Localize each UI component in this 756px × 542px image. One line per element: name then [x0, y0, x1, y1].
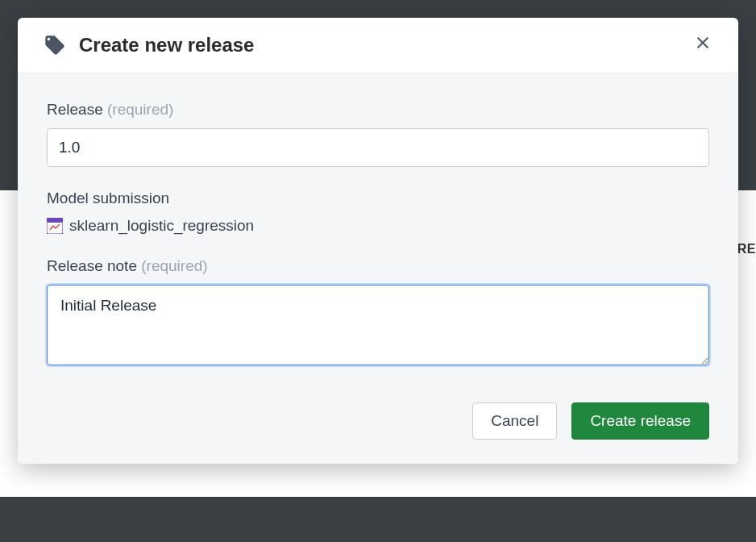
release-note-group: Release note (required) — [47, 257, 709, 369]
release-note-label: Release note (required) — [47, 257, 709, 275]
release-note-required-suffix: (required) — [141, 257, 207, 274]
release-note-textarea[interactable] — [47, 285, 709, 365]
create-release-modal: Create new release Release (required) Mo… — [18, 18, 738, 464]
modal-footer: Cancel Create release — [47, 369, 709, 440]
model-submission-row: sklearn_logistic_regression — [47, 217, 709, 235]
close-icon — [695, 35, 711, 56]
model-icon — [47, 218, 63, 234]
modal-title: Create new release — [79, 34, 690, 56]
background-partial-text: RE — [737, 242, 756, 256]
model-submission-label: Model submission — [47, 190, 709, 207]
release-field-group: Release (required) — [47, 101, 709, 167]
release-label: Release (required) — [47, 101, 709, 119]
modal-body: Release (required) Model submission skle… — [18, 73, 738, 464]
close-button[interactable] — [690, 32, 716, 58]
cancel-button[interactable]: Cancel — [472, 402, 557, 440]
create-release-button[interactable]: Create release — [571, 402, 709, 440]
release-input[interactable] — [47, 128, 709, 167]
model-submission-group: Model submission sklearn_logistic_regres… — [47, 190, 709, 235]
modal-header: Create new release — [18, 18, 738, 73]
model-submission-value: sklearn_logistic_regression — [69, 217, 254, 235]
release-required-suffix: (required) — [107, 101, 173, 118]
release-note-label-text: Release note — [47, 257, 137, 274]
tag-icon — [44, 34, 66, 56]
svg-rect-3 — [47, 218, 63, 223]
release-label-text: Release — [47, 101, 103, 118]
